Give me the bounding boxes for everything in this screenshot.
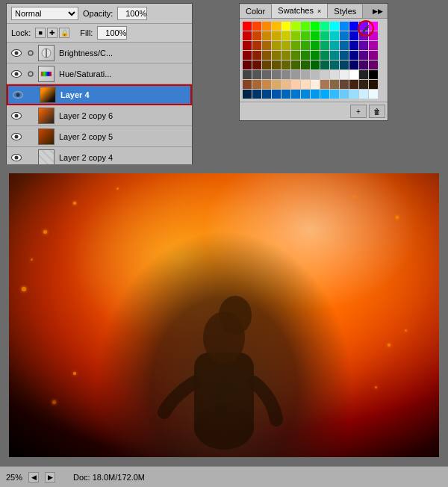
swatch-item[interactable] [301,61,310,69]
swatch-item[interactable] [359,70,368,79]
swatch-item[interactable] [281,51,290,60]
layer-eye-copy6[interactable] [10,109,23,122]
next-arrow[interactable]: ▶ [45,472,55,483]
layer-row-hue[interactable]: Hue/Saturati... [7,63,192,84]
swatch-item[interactable] [291,70,300,79]
layer-row-copy5[interactable]: Layer 2 copy 5 [7,126,192,147]
swatch-item[interactable] [281,31,290,40]
swatch-item[interactable] [281,70,290,79]
swatch-item[interactable] [320,22,329,31]
swatch-item[interactable] [272,31,281,40]
swatch-item[interactable] [291,80,300,89]
swatch-item[interactable] [281,41,290,50]
swatch-item[interactable] [272,51,281,60]
swatch-item[interactable] [349,31,358,40]
swatch-item[interactable] [369,41,378,50]
swatch-item[interactable] [340,70,349,79]
swatch-item[interactable] [349,41,358,50]
layer-row-layer4[interactable]: Layer 4 [7,84,192,105]
swatch-item[interactable] [252,90,261,99]
swatch-item[interactable] [281,22,290,31]
swatch-item[interactable] [291,51,300,60]
swatch-item[interactable] [272,41,281,50]
prev-arrow[interactable]: ◀ [28,472,39,483]
swatch-item[interactable] [262,31,271,40]
tab-swatches[interactable]: Swatches × [272,4,328,18]
swatch-item[interactable] [340,22,349,31]
swatch-item[interactable] [243,90,252,99]
swatch-item[interactable] [301,41,310,50]
swatch-item[interactable] [262,41,271,50]
swatch-item[interactable] [272,70,281,79]
swatch-item[interactable] [252,61,261,69]
swatch-item[interactable] [243,61,252,69]
swatch-item[interactable] [330,70,339,79]
swatch-item[interactable] [311,22,320,31]
swatch-item[interactable] [262,80,271,89]
swatch-item[interactable] [359,90,368,99]
fill-input[interactable] [97,26,127,40]
layer-eye-brightness[interactable] [10,46,23,60]
swatch-item[interactable] [330,61,339,69]
swatch-item[interactable] [252,80,261,89]
lock-pixels-icon[interactable]: ■ [35,28,46,38]
swatch-item[interactable] [301,51,310,60]
swatch-item[interactable] [301,22,310,31]
swatch-item[interactable] [262,51,271,60]
opacity-input[interactable] [117,7,147,20]
swatch-item[interactable] [243,80,252,89]
swatch-item[interactable] [252,22,261,31]
swatch-item[interactable] [311,61,320,69]
swatch-item[interactable] [369,90,378,99]
swatch-item[interactable] [252,31,261,40]
swatch-item[interactable] [311,90,320,99]
swatch-item[interactable] [320,41,329,50]
swatch-item[interactable] [252,70,261,79]
swatch-item[interactable] [340,90,349,99]
swatch-item[interactable] [291,41,300,50]
swatch-item[interactable] [291,31,300,40]
new-swatch-button[interactable]: + [350,105,367,118]
swatch-item[interactable] [359,61,368,69]
swatch-item[interactable] [320,70,329,79]
swatch-item[interactable] [301,80,310,89]
swatch-item[interactable] [340,61,349,69]
swatch-item[interactable] [262,70,271,79]
layer-eye-copy4[interactable] [10,151,23,164]
swatch-item[interactable] [340,31,349,40]
swatch-item[interactable] [330,51,339,60]
swatch-item[interactable] [340,80,349,89]
swatch-item[interactable] [311,80,320,89]
swatch-item[interactable] [262,22,271,31]
swatch-item[interactable] [311,70,320,79]
swatch-item[interactable] [243,41,252,50]
swatch-item[interactable] [330,31,339,40]
swatch-item[interactable] [340,41,349,50]
swatch-item[interactable] [281,61,290,69]
swatch-item[interactable] [349,61,358,69]
swatch-item[interactable] [272,80,281,89]
swatch-item[interactable] [301,31,310,40]
swatch-item[interactable] [272,90,281,99]
swatch-item[interactable] [291,22,300,31]
swatch-item[interactable] [349,90,358,99]
swatch-item[interactable] [262,61,271,69]
tab-styles[interactable]: Styles [328,4,363,18]
swatch-item[interactable] [301,90,310,99]
layer-row-copy6[interactable]: Layer 2 copy 6 [7,105,192,126]
swatch-item[interactable] [330,80,339,89]
layer-eye-layer4[interactable] [11,88,25,102]
layer-row-brightness[interactable]: Brightness/C... [7,43,192,63]
swatch-item[interactable] [369,51,378,60]
swatch-item[interactable] [369,80,378,89]
tab-close-icon[interactable]: × [317,7,321,15]
swatch-item[interactable] [272,22,281,31]
swatch-item[interactable] [349,51,358,60]
swatch-item[interactable] [340,51,349,60]
swatch-item[interactable] [311,41,320,50]
swatch-item[interactable] [330,22,339,31]
swatch-item[interactable] [320,31,329,40]
blend-mode-select[interactable]: Normal [11,7,78,20]
swatch-item[interactable] [291,61,300,69]
swatch-item[interactable] [281,80,290,89]
